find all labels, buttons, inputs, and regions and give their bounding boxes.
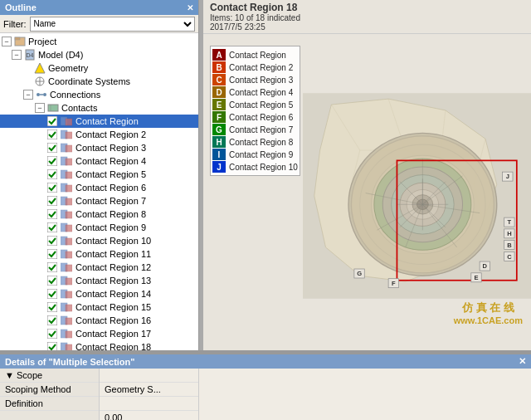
contact-item-8[interactable]: Contact Region 8 bbox=[0, 208, 198, 221]
contact-icon bbox=[60, 143, 73, 153]
svg-rect-19 bbox=[47, 143, 57, 153]
svg-rect-57 bbox=[66, 305, 72, 311]
tree-item-project[interactable]: − Project bbox=[0, 35, 198, 48]
contact-icon bbox=[60, 196, 73, 206]
legend-label: Contact Region bbox=[229, 51, 286, 60]
legend-item-h: H Contact Region 8 bbox=[212, 136, 298, 148]
legend-label: Contact Region 4 bbox=[229, 88, 293, 97]
tree-item-model[interactable]: − D4 Model (D4) bbox=[0, 48, 198, 61]
outline-close[interactable]: ✕ bbox=[187, 3, 193, 12]
svg-rect-42 bbox=[66, 238, 72, 245]
check-icon bbox=[46, 195, 58, 207]
tree-item-geometry[interactable]: Geometry bbox=[0, 61, 198, 75]
contact-item-4[interactable]: Contact Region 4 bbox=[0, 154, 198, 168]
check-icon bbox=[46, 155, 58, 167]
svg-rect-54 bbox=[66, 291, 72, 298]
contact-item-17[interactable]: Contact Region 17 bbox=[0, 327, 198, 340]
details-close[interactable]: ✕ bbox=[519, 356, 526, 367]
legend-label: Contact Region 10 bbox=[229, 163, 298, 172]
contact-item-7[interactable]: Contact Region 7 bbox=[0, 194, 198, 208]
filter-select[interactable]: Name Type bbox=[30, 17, 196, 32]
legend-badge: B bbox=[212, 61, 226, 73]
contact-item-14[interactable]: Contact Region 14 bbox=[0, 287, 198, 300]
legend-item-a: A Contact Region bbox=[212, 49, 298, 61]
contact-icon bbox=[60, 169, 73, 179]
svg-rect-22 bbox=[47, 156, 57, 166]
legend-item-b: B Contact Region 2 bbox=[212, 61, 298, 73]
details-row-bottom: 0.00 bbox=[0, 411, 198, 421]
svg-text:T: T bbox=[508, 218, 512, 226]
contact-label: Contact Region 6 bbox=[76, 183, 146, 193]
method-label: Scoping Method bbox=[0, 383, 100, 397]
tree-item-connections[interactable]: − Connections bbox=[0, 88, 198, 101]
contact-item-10[interactable]: Contact Region 10 bbox=[0, 234, 198, 247]
contact-label: Contact Region 2 bbox=[76, 129, 146, 139]
contact-item-11[interactable]: Contact Region 11 bbox=[0, 247, 198, 261]
expand-model[interactable]: − bbox=[12, 50, 22, 60]
contact-label: Contact Region 17 bbox=[76, 329, 151, 339]
legend-label: Contact Region 3 bbox=[229, 76, 293, 85]
contact-label: Contact Region 3 bbox=[76, 143, 146, 153]
contact-label: Contact Region 8 bbox=[76, 209, 146, 219]
contact-label: Contact Region 11 bbox=[76, 249, 151, 259]
definition-label: Definition bbox=[0, 397, 100, 411]
legend-badge: J bbox=[212, 161, 226, 173]
check-icon bbox=[46, 129, 58, 140]
expand-connections[interactable]: − bbox=[23, 90, 33, 100]
tree-container[interactable]: − Project − D4 Model (D4) bbox=[0, 33, 198, 350]
tree-item-contacts[interactable]: − Contacts bbox=[0, 101, 198, 115]
viz-area[interactable]: J T H B C F G bbox=[303, 42, 531, 350]
contact-item-12[interactable]: Contact Region 12 bbox=[0, 261, 198, 274]
legend-item-c: C Contact Region 3 bbox=[212, 74, 298, 85]
contact-label: Contact Region 18 bbox=[76, 342, 151, 350]
details-row-method: Scoping Method Geometry S... bbox=[0, 383, 198, 397]
contact-item-16[interactable]: Contact Region 16 bbox=[0, 314, 198, 327]
contact-item-2[interactable]: Contact Region 2 bbox=[0, 128, 198, 141]
svg-text:D: D bbox=[483, 262, 488, 270]
bottom-content: ▼ Scope Scoping Method Geometry S... Def… bbox=[0, 369, 531, 420]
geometry-label: Geometry bbox=[48, 63, 88, 73]
check-icon bbox=[46, 142, 58, 154]
contact-item-3[interactable]: Contact Region 3 bbox=[0, 141, 198, 154]
contact-icon bbox=[60, 156, 73, 166]
contact-item-15[interactable]: Contact Region 15 bbox=[0, 300, 198, 314]
definition-value bbox=[100, 397, 199, 411]
svg-rect-15 bbox=[66, 119, 72, 125]
details-left: ▼ Scope Scoping Method Geometry S... Def… bbox=[0, 369, 199, 420]
tree-item-coordinate[interactable]: Coordinate Systems bbox=[0, 75, 198, 88]
legend-label: Contact Region 6 bbox=[229, 113, 293, 122]
legend-item-e: E Contact Region 5 bbox=[212, 99, 298, 110]
contact-item-6[interactable]: Contact Region 6 bbox=[0, 181, 198, 194]
svg-text:H: H bbox=[507, 230, 511, 237]
legend-item-j: J Contact Region 10 bbox=[212, 161, 298, 173]
contact-icon bbox=[60, 342, 73, 350]
contact-icon bbox=[60, 262, 73, 272]
coordinate-label: Coordinate Systems bbox=[48, 76, 130, 86]
expand-contacts[interactable]: − bbox=[35, 103, 45, 113]
contact-icon bbox=[60, 222, 73, 232]
model-label: Model (D4) bbox=[38, 50, 83, 60]
svg-rect-55 bbox=[47, 302, 57, 312]
project-label: Project bbox=[28, 37, 56, 46]
contact-item-5[interactable]: Contact Region 5 bbox=[0, 168, 198, 181]
contact-item-9[interactable]: Contact Region 9 bbox=[0, 221, 198, 234]
svg-marker-4 bbox=[35, 63, 45, 73]
watermark-line2: www.1CAE.com bbox=[454, 315, 523, 325]
contact-label: Contact Region 12 bbox=[76, 262, 151, 272]
contact-item-13[interactable]: Contact Region 13 bbox=[0, 274, 198, 287]
contact-label: Contact Region 10 bbox=[76, 236, 151, 246]
view-date: 2017/7/5 23:25 bbox=[210, 22, 524, 32]
svg-text:B: B bbox=[507, 242, 512, 249]
expand-project[interactable]: − bbox=[2, 37, 12, 46]
contact-item-18[interactable]: Contact Region 18 bbox=[0, 340, 198, 350]
svg-text:F: F bbox=[392, 280, 396, 287]
bottom-val-value: 0.00 bbox=[100, 411, 199, 421]
svg-rect-61 bbox=[47, 329, 57, 339]
svg-rect-27 bbox=[66, 172, 72, 178]
contact-item-1[interactable]: Contact Region bbox=[0, 115, 198, 128]
contact-icon bbox=[60, 129, 73, 139]
check-icon bbox=[46, 288, 58, 300]
contact-label: Contact Region bbox=[76, 116, 139, 126]
scope-value bbox=[100, 369, 199, 383]
svg-rect-13 bbox=[47, 116, 57, 126]
